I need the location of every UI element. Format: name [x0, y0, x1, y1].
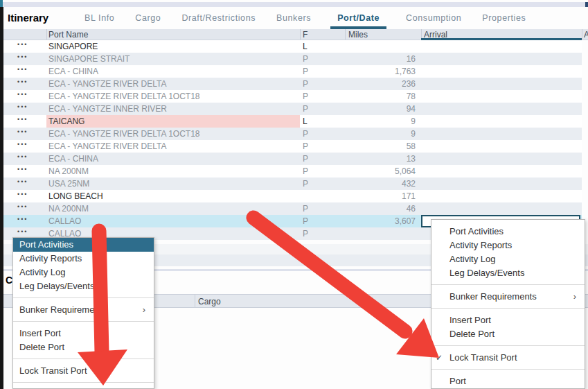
itinerary-row-singapore[interactable]: •••SINGAPOREL [3, 40, 582, 53]
menu-item-lock-transit-port[interactable]: Lock Transit Port [13, 364, 154, 378]
page-title: Itinerary [8, 12, 48, 24]
itinerary-row-eca-china[interactable]: •••ECA - CHINAP1,763 [3, 65, 582, 78]
column-header-miles[interactable]: Miles [348, 30, 368, 40]
column-separator [46, 29, 47, 40]
cell-miles: 9 [332, 128, 416, 140]
cell-port-name: ECA - YANGTZE RIVER DELTA 1OCT18 [46, 90, 300, 103]
tab-draft-restrictions[interactable]: Draft/Restrictions [180, 13, 257, 29]
menu-item-activity-reports[interactable]: Activity Reports [13, 252, 154, 266]
cell-port-name: SINGAPORE [46, 40, 300, 53]
menu-item-leg-delays-events[interactable]: Leg Delays/Events [13, 279, 154, 293]
menu-separator [13, 358, 154, 359]
column-separator [300, 29, 301, 40]
tab-bl-info[interactable]: BL Info [83, 13, 116, 29]
menu-item-delete-port[interactable]: Delete Port [13, 340, 154, 354]
row-menu-button[interactable]: ••• [17, 78, 28, 85]
cell-port-name: ECA - CHINA [46, 65, 300, 78]
row-menu-button[interactable]: ••• [17, 103, 28, 110]
cell-miles: 46 [332, 202, 416, 215]
itinerary-row-na-200nm[interactable]: •••NA 200NMP5,064 [3, 165, 582, 178]
itinerary-row-eca-yangtze-river-delta-1oct18[interactable]: •••ECA - YANGTZE RIVER DELTA 1OCT18P78 [3, 90, 582, 103]
menu-item-port[interactable]: Port [431, 374, 585, 388]
cell-miles: 16 [332, 53, 416, 65]
menu-item-activity-log[interactable]: Activity Log [431, 252, 585, 266]
row-menu-button[interactable]: ••• [17, 203, 28, 210]
menu-separator [13, 297, 154, 298]
menu-item-port-activities[interactable]: Port Activities [431, 225, 585, 239]
row-menu-button[interactable]: ••• [17, 216, 28, 223]
itinerary-row-long-beach[interactable]: •••LONG BEACH171 [3, 190, 582, 202]
cell-port-name: LONG BEACH [46, 190, 300, 202]
itinerary-row-taicang[interactable]: •••TAICANGL9 [3, 115, 582, 128]
tab-properties[interactable]: Properties [481, 13, 527, 29]
checkmark-icon: ✓ [436, 351, 443, 365]
row-menu-button[interactable]: ••• [17, 128, 28, 135]
tab-cargo[interactable]: Cargo [134, 13, 162, 29]
row-menu-button[interactable]: ••• [17, 166, 28, 173]
menu-item-insert-port[interactable]: Insert Port [431, 313, 585, 327]
itinerary-row-eca-yangtze-river-delta-1oct18[interactable]: •••ECA - YANGTZE RIVER DELTA 1OCT18P9 [3, 128, 582, 140]
menu-item-insert-port[interactable]: Insert Port [13, 327, 154, 340]
context-menu-right: Port ActivitiesActivity ReportsActivity … [431, 219, 585, 389]
cell-port-name: TAICANG [46, 115, 300, 128]
cell-f: P [303, 165, 330, 178]
cell-port-name: NA 200NM [46, 165, 300, 178]
menu-separator [431, 369, 585, 370]
submenu-arrow-icon: › [573, 290, 576, 304]
cell-f: P [303, 90, 330, 103]
cell-port-name: CALLAO [46, 215, 300, 227]
itinerary-rows: •••SINGAPOREL•••SINGAPORE STRAITP16•••EC… [3, 40, 582, 240]
row-menu-button[interactable]: ••• [17, 91, 28, 98]
tab-port-date[interactable]: Port/Date [330, 13, 386, 29]
cell-miles: 58 [332, 140, 416, 153]
menu-separator [431, 284, 585, 285]
row-menu-button[interactable]: ••• [17, 66, 28, 73]
tab-bunkers[interactable]: Bunkers [275, 13, 312, 29]
top-strip-navy-corner [585, 2, 588, 7]
top-strip-teal-corner [0, 0, 3, 7]
cell-miles: 3,607 [332, 215, 416, 227]
menu-item-delete-port[interactable]: Delete Port [431, 327, 585, 341]
row-menu-button[interactable]: ••• [17, 191, 28, 198]
top-scroll-strip [0, 2, 588, 7]
itinerary-row-eca-yangtze-river-delta[interactable]: •••ECA - YANGTZE RIVER DELTAP236 [3, 78, 582, 90]
menu-item-port-activities[interactable]: Port Activities [13, 238, 154, 252]
itinerary-row-usa-25nm[interactable]: •••USA 25NMP432 [3, 178, 582, 190]
cell-f: P [303, 78, 330, 90]
row-menu-button[interactable]: ••• [17, 228, 28, 235]
row-menu-button[interactable]: ••• [17, 141, 28, 148]
menu-item-leg-delays-events[interactable]: Leg Delays/Events [431, 266, 585, 280]
column-header-port-name[interactable]: Port Name [48, 30, 88, 40]
menu-separator [431, 345, 585, 346]
cell-f: P [303, 202, 330, 215]
row-menu-button[interactable]: ••• [17, 116, 28, 123]
cell-f: L [303, 40, 330, 53]
itinerary-row-singapore-strait[interactable]: •••SINGAPORE STRAITP16 [3, 53, 582, 65]
cell-miles: 1,763 [332, 65, 416, 78]
cell-miles: 236 [332, 78, 416, 90]
cell-port-name: ECA - YANGTZE INNER RIVER [46, 103, 300, 115]
row-menu-button[interactable]: ••• [17, 41, 28, 48]
cell-port-name: NA 200NM [46, 202, 300, 215]
column-separator [195, 295, 195, 307]
row-menu-button[interactable]: ••• [17, 178, 28, 185]
menu-item-bunker-requirements[interactable]: Bunker Requirements› [13, 303, 154, 317]
itinerary-row-eca-yangtze-river-delta[interactable]: •••ECA - YANGTZE RIVER DELTAP58 [3, 140, 582, 153]
cell-port-name: ECA - CHINA [46, 153, 300, 165]
row-menu-button[interactable]: ••• [17, 53, 28, 60]
menu-item-activity-reports[interactable]: Activity Reports [431, 239, 585, 252]
menu-item-activity-log[interactable]: Activity Log [13, 266, 154, 279]
itinerary-row-eca-yangtze-inner-river[interactable]: •••ECA - YANGTZE INNER RIVERP94 [3, 103, 582, 115]
menu-item-bunker-requirements[interactable]: Bunker Requirements› [431, 290, 585, 304]
column-header-f[interactable]: F [303, 30, 308, 40]
column-header-cargo[interactable]: Cargo [198, 297, 221, 306]
cell-miles: 5,064 [332, 165, 416, 178]
menu-item-lock-transit-port[interactable]: Lock Transit Port✓ [431, 351, 585, 365]
column-header-a-partial[interactable]: A [584, 30, 588, 40]
itinerary-row-eca-china[interactable]: •••ECA - CHINAP13 [3, 153, 582, 165]
itinerary-row-na-200nm[interactable]: •••NA 200NMP46 [3, 202, 582, 215]
row-menu-button[interactable]: ••• [17, 153, 28, 160]
cell-port-name: SINGAPORE STRAIT [46, 53, 300, 65]
menu-separator [13, 382, 154, 383]
tab-consumption[interactable]: Consumption [404, 13, 463, 29]
